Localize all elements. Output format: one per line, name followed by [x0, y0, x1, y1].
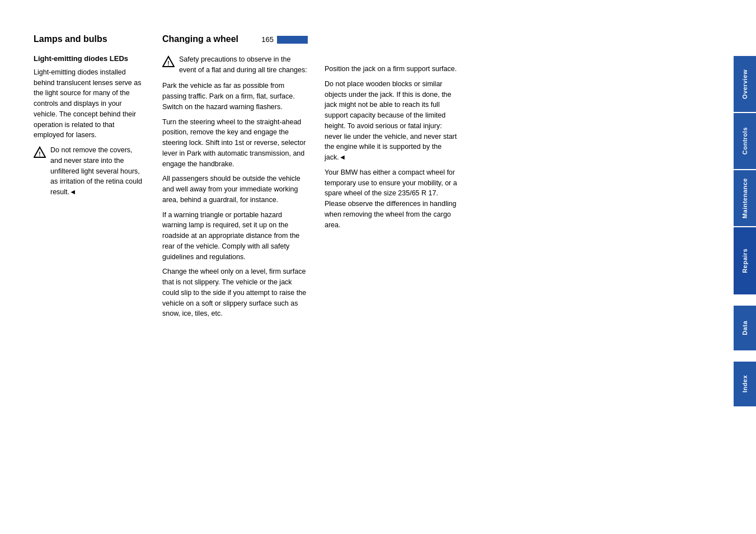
sidebar-repairs-label: Repairs: [741, 249, 748, 273]
sidebar-tab-data[interactable]: Data: [734, 306, 756, 350]
led-body-text: Light-emitting diodes installed behind t…: [34, 67, 145, 140]
changing-wheel-title: Changing a wheel: [162, 34, 238, 45]
sidebar-data-label: Data: [741, 321, 748, 335]
lamps-section-title: Lamps and bulbs: [34, 34, 145, 45]
right-column: Position the jack on a firm support surf…: [325, 34, 470, 500]
sidebar-tab-overview[interactable]: Overview: [734, 56, 756, 112]
sidebar-tab-index[interactable]: Index: [734, 362, 756, 406]
led-subsection-title: Light-emitting diodes LEDs: [34, 54, 145, 63]
page-bar: [277, 36, 308, 44]
sidebar-maintenance-label: Maintenance: [741, 178, 748, 218]
changing-wheel-para-2: Turn the steering wheel to the straight-…: [162, 117, 308, 170]
led-warning-text: Do not remove the covers, and never star…: [50, 145, 145, 198]
page-container: Lamps and bulbs Light-emitting diodes LE…: [0, 0, 756, 534]
changing-wheel-para-3: All passengers should be outside the veh…: [162, 174, 308, 205]
sidebar-tab-repairs[interactable]: Repairs: [734, 227, 756, 294]
sidebar-overview-label: Overview: [741, 69, 748, 99]
changing-wheel-warning-icon: !: [162, 55, 175, 69]
warning-triangle-icon: !: [34, 146, 46, 160]
changing-wheel-para-4: If a warning triangle or portable hazard…: [162, 210, 308, 263]
right-para-2: Do not place wooden blocks or similar ob…: [325, 79, 459, 163]
svg-text:!: !: [167, 60, 169, 66]
triangle-svg: !: [34, 146, 46, 158]
right-para-3: Your BMW has either a compact wheel for …: [325, 167, 459, 231]
sidebar-index-label: Index: [741, 375, 748, 392]
sidebar-tab-maintenance[interactable]: Maintenance: [734, 170, 756, 226]
led-warning-box: ! Do not remove the covers, and never st…: [34, 145, 145, 198]
middle-column: Changing a wheel 165 ! Safety precaution…: [162, 34, 325, 500]
changing-wheel-warning-box: ! Safety precautions to observe in the e…: [162, 54, 308, 76]
svg-text:!: !: [39, 151, 40, 157]
page-number: 165: [261, 35, 274, 44]
changing-wheel-triangle-svg: !: [162, 55, 175, 68]
changing-wheel-para-5: Change the wheel only on a level, firm s…: [162, 266, 308, 319]
right-para-1: Position the jack on a firm support surf…: [325, 64, 459, 74]
changing-wheel-para-1: Park the vehicle as far as possible from…: [162, 81, 308, 112]
left-column: Lamps and bulbs Light-emitting diodes LE…: [34, 34, 162, 500]
content-columns: Lamps and bulbs Light-emitting diodes LE…: [34, 34, 711, 500]
sidebar-navigation: Overview Controls Maintenance Repairs Da…: [734, 0, 756, 534]
sidebar-controls-label: Controls: [741, 127, 748, 154]
sidebar-tab-controls[interactable]: Controls: [734, 113, 756, 169]
changing-wheel-warning-intro: Safety precautions to observe in the eve…: [179, 54, 308, 76]
